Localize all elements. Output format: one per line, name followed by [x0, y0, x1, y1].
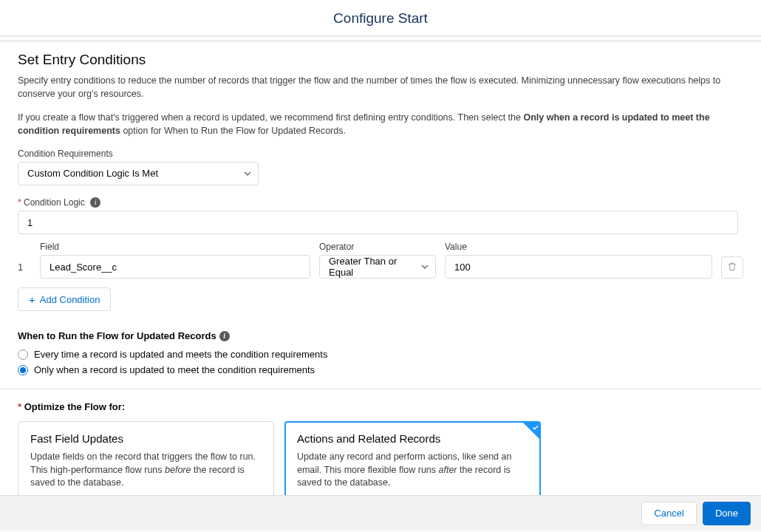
cancel-button[interactable]: Cancel	[641, 502, 696, 525]
check-icon	[531, 423, 539, 432]
condition-logic-input[interactable]	[18, 211, 738, 234]
condition-value-input[interactable]	[445, 255, 712, 279]
section-description-2: If you create a flow that's triggered wh…	[18, 111, 743, 137]
condition-operator-select[interactable]: Greater Than or Equal	[319, 255, 436, 279]
when-to-run-heading-text: When to Run the Flow for Updated Records	[18, 330, 216, 341]
plus-icon: +	[29, 293, 35, 306]
desc2-pre: If you create a flow that's triggered wh…	[18, 112, 523, 123]
trash-icon	[727, 262, 737, 274]
modal-title: Configure Start	[0, 10, 761, 27]
card1-desc: Update fields on the record that trigger…	[30, 451, 262, 490]
condition-requirements-select[interactable]: Custom Condition Logic Is Met	[18, 162, 259, 185]
when-to-run-radio-group: Every time a record is updated and meets…	[18, 349, 743, 375]
delete-condition-button[interactable]	[721, 256, 743, 279]
when-to-run-heading: When to Run the Flow for Updated Records…	[18, 330, 743, 341]
value-label: Value	[445, 242, 712, 252]
add-condition-button[interactable]: + Add Condition	[18, 287, 111, 311]
when-to-run-option-2-label: Only when a record is updated to meet th…	[34, 364, 315, 375]
add-condition-label: Add Condition	[40, 294, 100, 305]
optimize-card-actions-related-records[interactable]: Actions and Related Records Update any r…	[284, 421, 541, 495]
card2-desc: Update any record and perform actions, l…	[297, 451, 528, 490]
when-to-run-option-1-radio[interactable]	[18, 349, 28, 360]
condition-logic-label: Condition Logic i	[18, 197, 743, 208]
condition-row-1: 1 Field Operator Greater Than or Equal V…	[18, 242, 743, 279]
info-icon[interactable]: i	[219, 331, 230, 341]
operator-label: Operator	[319, 242, 436, 252]
condition-logic-label-text: Condition Logic	[24, 197, 85, 208]
optimize-cards: Fast Field Updates Update fields on the …	[18, 421, 743, 495]
optimize-label-text: Optimize the Flow for:	[24, 401, 126, 412]
optimize-card-fast-field-updates[interactable]: Fast Field Updates Update fields on the …	[18, 421, 274, 495]
condition-operator-value: Greater Than or Equal	[329, 256, 414, 278]
condition-requirements-label: Condition Requirements	[18, 149, 743, 159]
section-description-1: Specify entry conditions to reduce the n…	[18, 74, 743, 100]
card2-title: Actions and Related Records	[297, 432, 528, 445]
condition-requirements-value: Custom Condition Logic Is Met	[27, 168, 158, 179]
card1-title: Fast Field Updates	[30, 432, 262, 445]
info-icon[interactable]: i	[90, 197, 100, 208]
field-label: Field	[40, 242, 310, 252]
modal-body: Set Entry Conditions Specify entry condi…	[0, 41, 761, 495]
done-button[interactable]: Done	[703, 502, 751, 525]
condition-index: 1	[18, 262, 31, 279]
when-to-run-option-1-label: Every time a record is updated and meets…	[34, 349, 327, 360]
modal-header: Configure Start	[0, 0, 761, 35]
when-to-run-option-2-radio[interactable]	[18, 365, 28, 375]
header-divider	[0, 35, 761, 41]
modal-footer: Cancel Done	[0, 495, 761, 531]
section-title: Set Entry Conditions	[18, 52, 743, 68]
optimize-label: Optimize the Flow for:	[18, 401, 743, 412]
condition-field-input[interactable]	[40, 255, 310, 279]
section-divider	[0, 389, 761, 389]
selected-corner-badge	[522, 422, 540, 440]
desc2-post: option for When to Run the Flow for Upda…	[120, 126, 346, 136]
